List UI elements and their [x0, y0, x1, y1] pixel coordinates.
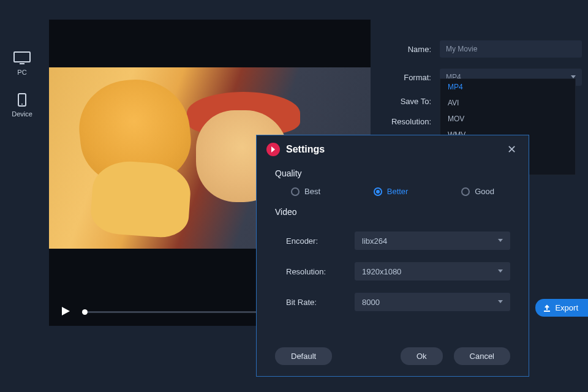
- settings-dialog: Settings ✕ Quality Best Better Good Vide…: [256, 135, 529, 377]
- encoder-select[interactable]: libx264: [355, 232, 510, 250]
- play-button[interactable]: [60, 306, 71, 318]
- ok-button[interactable]: Ok: [401, 347, 443, 365]
- dialog-title: Settings: [286, 144, 505, 155]
- name-input[interactable]: My Movie: [440, 40, 582, 58]
- format-label: Format:: [380, 73, 440, 82]
- quality-section-title: Quality: [257, 164, 529, 187]
- chevron-down-icon: [498, 300, 503, 303]
- saveto-label: Save To:: [380, 97, 440, 106]
- format-option-mov[interactable]: MOV: [440, 111, 575, 127]
- export-label: Export: [555, 303, 578, 312]
- svg-marker-4: [62, 307, 70, 315]
- svg-rect-0: [14, 52, 30, 62]
- sidebar-item-label: Device: [12, 110, 32, 118]
- svg-rect-1: [20, 63, 24, 64]
- resolution-select[interactable]: 1920x1080: [355, 262, 510, 281]
- quality-radio-best[interactable]: Best: [291, 187, 320, 196]
- upload-icon: [543, 304, 551, 312]
- encoder-label: Encoder:: [286, 236, 355, 246]
- radio-icon: [461, 187, 470, 196]
- quality-radio-better[interactable]: Better: [374, 187, 409, 196]
- sidebar-item-label: PC: [17, 69, 26, 76]
- format-option-avi[interactable]: AVI: [440, 95, 575, 111]
- sidebar-item-pc[interactable]: PC: [0, 43, 44, 85]
- svg-point-3: [21, 104, 23, 105]
- sidebar: PC Device: [0, 0, 44, 392]
- chevron-down-icon: [498, 239, 503, 242]
- cancel-button[interactable]: Cancel: [454, 347, 510, 365]
- video-section-title: Video: [257, 202, 529, 225]
- monitor-icon: [13, 51, 31, 65]
- chevron-down-icon: [498, 270, 503, 273]
- resolution-label-dialog: Resolution:: [286, 267, 355, 276]
- sidebar-item-device[interactable]: Device: [0, 85, 44, 126]
- play-icon: [60, 306, 71, 317]
- export-button[interactable]: Export: [535, 299, 588, 317]
- quality-radio-good[interactable]: Good: [461, 187, 494, 196]
- quality-radio-group: Best Better Good: [257, 187, 529, 202]
- resolution-label: Resolution:: [380, 117, 440, 126]
- close-icon: ✕: [507, 143, 516, 156]
- default-button[interactable]: Default: [275, 347, 332, 365]
- radio-icon: [374, 187, 382, 196]
- close-button[interactable]: ✕: [505, 143, 519, 156]
- bitrate-select[interactable]: 8000: [355, 293, 510, 311]
- bitrate-label: Bit Rate:: [286, 298, 355, 307]
- name-label: Name:: [380, 45, 440, 54]
- format-option-mp4[interactable]: MP4: [440, 79, 575, 95]
- phone-icon: [13, 93, 31, 107]
- radio-icon: [291, 187, 300, 196]
- app-icon: [266, 143, 280, 156]
